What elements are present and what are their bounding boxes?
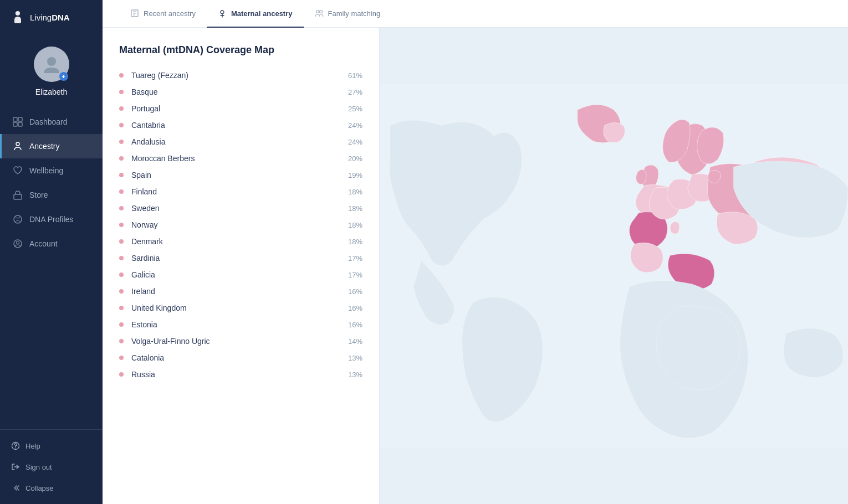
coverage-item[interactable]: Andalusia 24%: [119, 133, 362, 150]
sidebar-item-account[interactable]: Account: [0, 232, 103, 256]
coverage-item[interactable]: Portugal 25%: [119, 100, 362, 117]
dashboard-icon: [13, 117, 23, 127]
wellbeing-icon: [13, 166, 23, 176]
coverage-pct: 18%: [343, 204, 362, 213]
family-icon: [315, 9, 324, 18]
coverage-dot: [119, 73, 124, 78]
help-button[interactable]: Help: [0, 435, 103, 456]
svg-rect-3: [18, 117, 22, 121]
tab-recent-ancestry[interactable]: Recent ancestry: [119, 1, 207, 28]
coverage-item[interactable]: Tuareg (Fezzan) 61%: [119, 67, 362, 84]
world-map: [380, 28, 848, 504]
coverage-pct: 18%: [343, 188, 362, 196]
recent-ancestry-icon: [130, 9, 139, 18]
coverage-list: Tuareg (Fezzan) 61% Basque 27% Portugal …: [119, 67, 362, 383]
coverage-pct: 27%: [343, 88, 362, 96]
coverage-name: Volga-Ural-Finno Ugric: [131, 337, 343, 346]
coverage-pct: 19%: [343, 171, 362, 179]
coverage-pct: 17%: [343, 254, 362, 263]
tab-maternal-ancestry[interactable]: Maternal ancestry: [207, 1, 304, 28]
avatar-badge: +: [59, 72, 68, 81]
ancestry-icon: [13, 141, 23, 151]
sidebar-bottom: Help Sign out Collapse: [0, 429, 103, 504]
coverage-dot: [119, 223, 124, 227]
coverage-dot: [119, 173, 124, 177]
coverage-dot: [119, 339, 124, 343]
coverage-item[interactable]: Catalonia 13%: [119, 349, 362, 366]
coverage-pct: 13%: [343, 371, 362, 379]
svg-rect-7: [14, 194, 22, 199]
svg-point-0: [16, 11, 20, 16]
sign-out-icon: [11, 462, 20, 471]
collapse-button[interactable]: Collapse: [0, 477, 103, 498]
coverage-item[interactable]: Basque 27%: [119, 84, 362, 100]
coverage-name: Denmark: [131, 237, 343, 246]
account-icon: [13, 239, 23, 249]
coverage-item[interactable]: Russia 13%: [119, 366, 362, 383]
coverage-item[interactable]: Estonia 16%: [119, 316, 362, 333]
coverage-name: Ireland: [131, 287, 343, 296]
coverage-name: Norway: [131, 220, 343, 229]
svg-point-6: [16, 142, 19, 146]
sidebar-item-wellbeing[interactable]: Wellbeing: [0, 158, 103, 183]
user-profile: + Elizabeth: [0, 35, 103, 110]
coverage-title: Maternal (mtDNA) Coverage Map: [119, 44, 362, 56]
coverage-name: Estonia: [131, 320, 343, 329]
coverage-pct: 17%: [343, 271, 362, 279]
coverage-dot: [119, 289, 124, 294]
logo[interactable]: LivingDNA: [0, 0, 103, 35]
coverage-panel: Maternal (mtDNA) Coverage Map Tuareg (Fe…: [103, 28, 380, 504]
coverage-pct: 20%: [343, 155, 362, 163]
coverage-dot: [119, 90, 124, 94]
top-tabs: Recent ancestry Maternal ancestry Family…: [103, 0, 848, 28]
coverage-dot: [119, 206, 124, 210]
coverage-name: Andalusia: [131, 137, 343, 146]
svg-rect-2: [13, 117, 17, 121]
coverage-pct: 24%: [343, 121, 362, 130]
content-area: Maternal (mtDNA) Coverage Map Tuareg (Fe…: [103, 28, 848, 504]
coverage-item[interactable]: Sardinia 17%: [119, 250, 362, 266]
svg-point-15: [221, 11, 224, 14]
avatar: +: [34, 47, 69, 82]
coverage-item[interactable]: Cantabria 24%: [119, 117, 362, 133]
coverage-item[interactable]: Spain 19%: [119, 167, 362, 183]
coverage-name: Portugal: [131, 104, 343, 113]
sidebar-item-ancestry[interactable]: Ancestry: [0, 134, 103, 158]
sidebar-item-dashboard[interactable]: Dashboard: [0, 110, 103, 134]
svg-point-8: [14, 215, 22, 223]
coverage-dot: [119, 239, 124, 244]
svg-point-10: [17, 241, 19, 244]
user-name: Elizabeth: [35, 88, 68, 96]
coverage-item[interactable]: Volga-Ural-Finno Ugric 14%: [119, 333, 362, 349]
coverage-item[interactable]: Galicia 17%: [119, 266, 362, 283]
coverage-dot: [119, 189, 124, 194]
coverage-name: Basque: [131, 88, 343, 96]
store-icon: [13, 190, 23, 200]
sign-out-button[interactable]: Sign out: [0, 456, 103, 477]
sidebar: LivingDNA + Elizabeth Dashboard: [0, 0, 103, 504]
sidebar-item-dna-profiles[interactable]: DNA Profiles: [0, 207, 103, 232]
sidebar-nav: Dashboard Ancestry Wellbeing Store: [0, 110, 103, 429]
coverage-item[interactable]: Sweden 18%: [119, 200, 362, 217]
coverage-dot: [119, 156, 124, 161]
coverage-pct: 61%: [343, 71, 362, 80]
coverage-pct: 14%: [343, 337, 362, 346]
coverage-name: United Kingdom: [131, 304, 343, 312]
coverage-item[interactable]: Norway 18%: [119, 217, 362, 233]
coverage-dot: [119, 106, 124, 111]
svg-rect-5: [18, 122, 22, 126]
svg-point-1: [47, 57, 56, 66]
coverage-item[interactable]: Moroccan Berbers 20%: [119, 150, 362, 167]
sidebar-item-store[interactable]: Store: [0, 183, 103, 207]
coverage-dot: [119, 372, 124, 377]
coverage-item[interactable]: Finland 18%: [119, 183, 362, 200]
tab-family-matching[interactable]: Family matching: [304, 1, 392, 28]
coverage-dot: [119, 322, 124, 327]
coverage-item[interactable]: United Kingdom 16%: [119, 300, 362, 316]
coverage-item[interactable]: Denmark 18%: [119, 233, 362, 250]
logo-icon: [9, 9, 27, 27]
maternal-icon: [218, 9, 227, 18]
coverage-item[interactable]: Ireland 16%: [119, 283, 362, 300]
svg-rect-4: [13, 122, 17, 126]
dna-icon: [13, 214, 23, 224]
